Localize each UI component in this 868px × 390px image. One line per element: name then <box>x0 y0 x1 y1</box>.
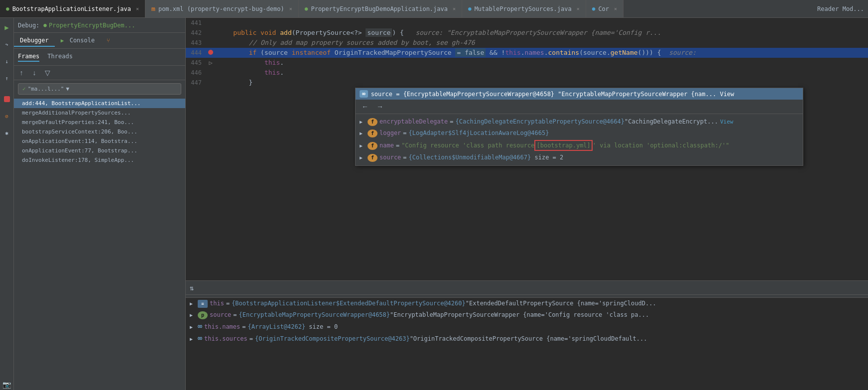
bottom-var-eq-3: = <box>249 334 253 343</box>
tab-pom[interactable]: m pom.xml (property-encrypt-bug-demo) ✕ <box>145 0 299 17</box>
var-size-3: size = 2 <box>531 153 563 162</box>
bottom-var-this[interactable]: ▶ ≡ this = {BootstrapApplicationListener… <box>186 298 868 309</box>
bottom-var-name-3: this.sources <box>204 334 248 343</box>
var-val-3: {Collections$UnmodifiableMap@4667} <box>409 153 531 162</box>
tab-label-3: PropertyEncryptBugDemoApplication.java <box>311 5 448 12</box>
var-eq-1: = <box>403 129 406 137</box>
scroll-left-icon[interactable]: ⇅ <box>190 284 194 292</box>
var-val-1: {LogAdapter$Slf4jLocationAwareLog@4665} <box>409 129 549 137</box>
tab-console[interactable]: ▶ Console <box>55 35 101 47</box>
tab-cor[interactable]: ● Cor ✕ <box>586 0 623 17</box>
mute-breakpoints-icon[interactable]: ✱ <box>1 128 12 138</box>
frame-item-6[interactable]: doInvokeListener:178, SimpleApp... <box>14 155 185 165</box>
bottom-var-eq-0: = <box>226 299 230 308</box>
popup-var-name[interactable]: ▶ f name = "Config resource 'class path … <box>356 139 803 152</box>
expand-icon-3: ▶ <box>360 153 368 162</box>
tab-label-2: pom.xml (property-encrypt-bug-demo) <box>158 5 284 12</box>
tab-close-5[interactable]: ✕ <box>614 6 617 11</box>
expand-icon-0: ▶ <box>360 118 368 127</box>
popup-var-logger[interactable]: ▶ f logger = {LogAdapter$Slf4jLocationAw… <box>356 128 803 139</box>
bottom-var-this-names[interactable]: ▶ ∞ this.names = {ArrayList@4262} size =… <box>186 321 868 333</box>
var-name-1: logger <box>379 129 401 137</box>
frames-threads-tabs: Frames Threads <box>18 53 73 62</box>
bottom-variables-area: ▶ ≡ this = {BootstrapApplicationListener… <box>186 295 868 390</box>
right-panel: 441 442 public void add(PropertySource<?… <box>186 18 868 390</box>
tab-threads-view[interactable]: ⑂ <box>101 35 118 47</box>
thread-arrow-icon: ▼ <box>66 86 69 92</box>
code-line-447: 447 } <box>186 78 868 88</box>
tab-close-4[interactable]: ✕ <box>577 6 580 11</box>
popup-toolbar: ← → <box>356 100 803 114</box>
bottom-var-this-sources[interactable]: ▶ ∞ this.sources = {OriginTrackedComposi… <box>186 333 868 345</box>
code-line-444: 444 if (source instanceof OriginTrackedM… <box>186 48 868 58</box>
left-debug-panel: Debug: ● PropertyEncryptBugDem... Debugg… <box>14 18 186 390</box>
tab-icon-4: ● <box>468 5 472 12</box>
resume-icon[interactable]: ▶ <box>1 22 12 33</box>
nav-toolbar: ↑ ↓ ▽ <box>14 66 185 80</box>
nav-down-button[interactable]: ↓ <box>29 67 40 78</box>
line-content-445: this. <box>216 58 868 68</box>
debug-session-icon: ● <box>43 22 47 28</box>
debug-popup: ∞ source = {EncryptableMapPropertySource… <box>355 88 803 166</box>
tab-icon-5: ● <box>592 5 596 12</box>
bottom-expand-2: ▶ <box>190 323 198 332</box>
frames-threads-toolbar: Frames Threads <box>14 49 185 66</box>
frame-item-4[interactable]: onApplicationEvent:114, Bootstra... <box>14 136 185 146</box>
frame-item-3[interactable]: bootstrapServiceContext:206, Boo... <box>14 127 185 136</box>
tab-bootstrap-listener[interactable]: ● BootstrapApplicationListener.java ✕ <box>0 0 145 17</box>
popup-nav-forward[interactable]: → <box>374 102 385 112</box>
tab-label-4: MutablePropertySources.java <box>475 5 572 12</box>
code-line-446: 446 this. <box>186 68 868 78</box>
frame-item-2[interactable]: mergeDefaultProperties:241, Boo... <box>14 118 185 127</box>
nav-up-button[interactable]: ↑ <box>16 67 27 78</box>
bottom-nav-buttons: ⇅ <box>190 284 194 292</box>
tab-label-5: Cor <box>598 5 609 12</box>
step-over-icon[interactable]: ↷ <box>1 39 12 50</box>
thread-dropdown[interactable]: ✓ "ma...l..." ▼ <box>18 83 181 95</box>
var-name-2: name <box>379 141 394 150</box>
bottom-var-size-2: size = 0 <box>305 322 338 331</box>
code-line-441: 441 <box>186 18 868 28</box>
bottom-var-source[interactable]: ▶ p source = {EncryptableMapPropertySour… <box>186 309 868 321</box>
popup-var-encryptable-delegate[interactable]: ▶ f encryptableDelegate = {CachingDelega… <box>356 116 803 128</box>
camera-icon[interactable]: 📷 <box>1 379 12 390</box>
breakpoint-444 <box>208 50 213 55</box>
frame-item-1[interactable]: mergeAdditionalPropertySources... <box>14 108 185 118</box>
frame-item-0[interactable]: add:444, BootstrapApplicationList... <box>14 99 185 108</box>
var-view-0[interactable]: View <box>720 118 734 127</box>
view-breakpoints-icon[interactable]: ⊘ <box>1 111 12 122</box>
popup-nav-back[interactable]: ← <box>360 102 371 112</box>
filter-button[interactable]: ▽ <box>42 67 53 78</box>
line-num-446: 446 <box>186 68 206 78</box>
step-into-icon[interactable]: ↓ <box>1 56 12 67</box>
line-num-441: 441 <box>186 18 206 28</box>
bootstrap-yml-highlighted: [bootstrap.yml] <box>534 140 592 151</box>
tab-close-2[interactable]: ✕ <box>289 6 292 11</box>
tab-frames[interactable]: Frames <box>18 53 39 62</box>
line-content-444: if (source instanceof OriginTrackedMapPr… <box>216 48 868 58</box>
oo-icon-3: ∞ <box>198 334 202 343</box>
stack-frames-list: add:444, BootstrapApplicationList... mer… <box>14 98 185 390</box>
var-eq-3: = <box>403 153 406 162</box>
tab-threads[interactable]: Threads <box>47 53 73 62</box>
var-eq-2: = <box>396 141 399 150</box>
code-line-445: 445 ▷ this. <box>186 58 868 68</box>
expand-icon-2: ▶ <box>360 141 368 150</box>
tab-app[interactable]: ● PropertyEncryptBugDemoApplication.java… <box>299 0 462 17</box>
tab-close-3[interactable]: ✕ <box>453 6 456 11</box>
main-layout: ▶ ↷ ↓ ↑ ⊘ ✱ 📷 Debug: ● PropertyEncryptBu… <box>0 18 868 390</box>
reader-mode-label: Reader Mod... <box>817 5 864 12</box>
bottom-expand-0: ▶ <box>190 299 198 308</box>
debug-session: ● PropertyEncryptBugDem... <box>43 22 135 29</box>
step-out-icon[interactable]: ↑ <box>1 73 12 84</box>
thread-check-icon: ✓ <box>22 86 26 92</box>
stop-icon[interactable] <box>1 94 12 105</box>
frame-item-5[interactable]: onApplicationEvent:77, Bootstrap... <box>14 146 185 155</box>
tab-close-1[interactable]: ✕ <box>136 6 139 11</box>
tab-debugger[interactable]: Debugger <box>14 35 55 47</box>
tab-icon-3: ● <box>305 5 308 12</box>
expand-icon-1: ▶ <box>360 129 368 138</box>
popup-var-source[interactable]: ▶ f source = {Collections$UnmodifiableMa… <box>356 152 803 163</box>
line-num-442: 442 <box>186 28 206 38</box>
tab-mutable[interactable]: ● MutablePropertySources.java ✕ <box>462 0 586 17</box>
